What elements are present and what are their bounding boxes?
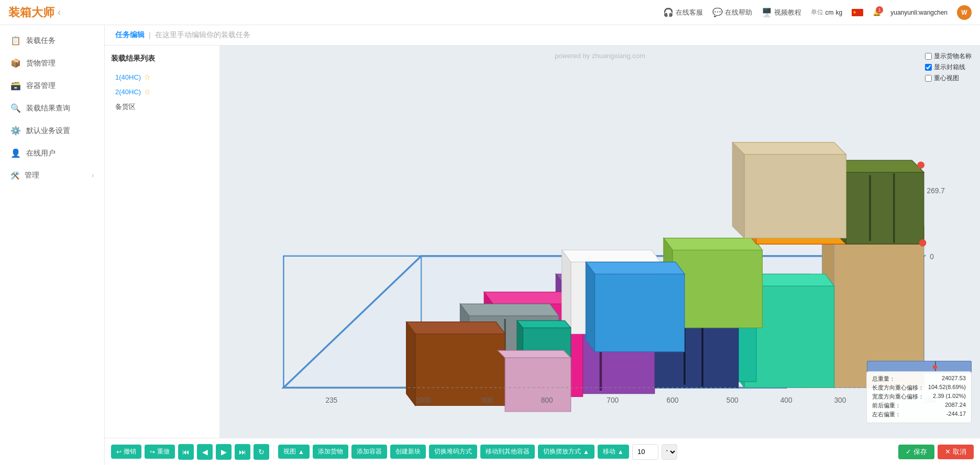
online-help-btn[interactable]: 💬 在线帮助 <box>712 7 752 17</box>
online-service-btn[interactable]: 🎧 在线客服 <box>663 7 703 17</box>
add-cargo-button[interactable]: 添加货物 <box>313 445 348 459</box>
show-cargo-names-checkbox[interactable]: 显示货物名称 <box>925 52 972 61</box>
sidebar-item-users-label: 在线用户 <box>26 149 56 158</box>
sidebar-item-defaults[interactable]: ⚙️ 默认业务设置 <box>0 119 104 142</box>
svg-text:600: 600 <box>667 396 679 404</box>
switch-stack-button[interactable]: 切换堆码方式 <box>429 445 477 459</box>
result-1-label: 1(40HC) <box>115 73 141 81</box>
language-flag[interactable] <box>852 9 863 16</box>
svg-point-61 <box>919 239 927 247</box>
svg-text:900: 900 <box>481 396 493 404</box>
star-icon-1[interactable]: ☆ <box>144 73 151 81</box>
admin-left: 🛠️ 管理 <box>10 171 39 180</box>
undo-label: 撤销 <box>124 447 136 456</box>
total-weight-value: 24027.53 <box>942 375 966 383</box>
length-offset-label: 长度方向重心偏移： <box>872 384 924 392</box>
sidebar-item-cargo[interactable]: 📦 货物管理 <box>0 52 104 74</box>
sidebar-item-results[interactable]: 🔍 装载结果查询 <box>0 97 104 119</box>
cancel-button[interactable]: ✕ 取消 <box>938 445 974 459</box>
sidebar-item-defaults-label: 默认业务设置 <box>26 126 70 136</box>
view-button[interactable]: 视图 ▲ <box>278 445 310 459</box>
boxes-svg: 235 1000 900 800 700 600 500 400 300 200… <box>236 67 954 434</box>
watermark: powered by zhuangxiang.com <box>555 52 645 60</box>
cargo-icon: 📦 <box>10 58 21 68</box>
unit-selector[interactable]: 单位 cm kg <box>811 8 843 17</box>
user-menu[interactable]: yuanyunli:wangchen <box>890 9 948 16</box>
switch-placement-label: 切换摆放方式 <box>543 447 581 456</box>
video-icon: 🖥️ <box>762 7 772 17</box>
svg-marker-45 <box>595 274 685 352</box>
svg-text:800: 800 <box>541 396 553 404</box>
reserve-item[interactable]: 备货区 <box>111 99 213 115</box>
switch-stack-label: 切换堆码方式 <box>434 447 472 456</box>
users-icon: 👤 <box>10 148 21 158</box>
svg-marker-59 <box>498 350 570 358</box>
breadcrumb-bar: 任务编辑 | 在这里手动编辑你的装载任务 <box>105 25 980 46</box>
svg-marker-37 <box>846 172 924 244</box>
weight-center-dot <box>933 365 937 369</box>
sidebar-item-tasks[interactable]: 📋 装载任务 <box>0 29 104 52</box>
stat-width-offset: 宽度方向重心偏移： 2.39 (1.02%) <box>872 393 966 401</box>
last-button[interactable]: ⏭ <box>235 444 250 460</box>
result-item-2[interactable]: 2(40HC) ☆ <box>111 84 213 99</box>
sidebar-item-users[interactable]: 👤 在线用户 <box>0 142 104 164</box>
sidebar-item-container-label: 容器管理 <box>26 81 56 91</box>
move-number-dropdown[interactable]: ▼ <box>662 444 677 460</box>
move-label: 移动 <box>603 447 615 456</box>
refresh-button[interactable]: ↻ <box>254 444 269 460</box>
notification-bell[interactable]: 🔔 1 <box>873 8 881 16</box>
add-container-button[interactable]: 添加容器 <box>351 445 387 459</box>
svg-text:400: 400 <box>780 396 792 404</box>
move-button[interactable]: 移动 ▲ <box>598 445 629 459</box>
left-panel: 装载结果列表 1(40HC) ☆ 2(40HC) ☆ 备货区 <box>105 46 220 465</box>
add-container-label: 添加容器 <box>357 447 382 456</box>
move-to-other-label: 移动到其他容器 <box>486 447 530 456</box>
video-tutorial-btn[interactable]: 🖥️ 视频教程 <box>762 7 801 17</box>
unit-kg: kg <box>836 9 843 16</box>
defaults-icon: ⚙️ <box>10 126 21 136</box>
sidebar-item-admin-label: 管理 <box>25 171 39 180</box>
sidebar-toggle-icon[interactable]: ‹ <box>58 7 61 18</box>
prev-button[interactable]: ◀ <box>197 444 213 460</box>
check-icon: ✓ <box>906 448 911 456</box>
undo-button[interactable]: ↩ 撤销 <box>111 445 141 459</box>
user-name: yuanyunli:wangchen <box>890 9 948 16</box>
reserve-label: 备货区 <box>115 103 136 110</box>
front-back-value: 2087.24 <box>945 402 966 409</box>
show-cargo-names-label: 显示货物名称 <box>934 52 972 61</box>
save-label: 保存 <box>913 447 927 457</box>
first-button[interactable]: ⏮ <box>178 444 194 460</box>
result-item-1[interactable]: 1(40HC) ☆ <box>111 70 213 84</box>
viewport[interactable]: powered by zhuangxiang.com 显示货物名称 显示封箱线 … <box>220 46 980 465</box>
left-right-value: -244.17 <box>946 411 966 418</box>
unit-label: 单位 <box>811 8 823 17</box>
move-to-other-button[interactable]: 移动到其他容器 <box>480 445 535 459</box>
show-cargo-names-input[interactable] <box>925 53 932 60</box>
svg-marker-33 <box>664 238 763 250</box>
svg-marker-32 <box>673 250 762 328</box>
svg-marker-55 <box>415 334 505 405</box>
save-button[interactable]: ✓ 保存 <box>898 445 934 459</box>
sidebar-item-cargo-label: 货物管理 <box>26 59 56 68</box>
width-offset-label: 宽度方向重心偏移： <box>872 393 924 401</box>
total-weight-label: 总重量： <box>872 375 895 383</box>
move-chevron-icon: ▲ <box>618 448 624 456</box>
placement-chevron-icon: ▲ <box>583 448 589 456</box>
star-icon-2[interactable]: ☆ <box>144 87 151 96</box>
next-button[interactable]: ▶ <box>216 444 232 460</box>
svg-marker-44 <box>732 142 744 238</box>
stat-length-offset: 长度方向重心偏移： 104.52(8.69%) <box>872 384 966 392</box>
headset-icon: 🎧 <box>663 7 674 17</box>
add-cargo-label: 添加货物 <box>318 447 343 456</box>
move-number-input[interactable] <box>632 444 658 460</box>
stats-panel: 总重量： 24027.53 长度方向重心偏移： 104.52(8.69%) 宽度… <box>866 371 972 423</box>
sidebar-item-container[interactable]: 🗃️ 容器管理 <box>0 74 104 97</box>
breadcrumb-title: 任务编辑 <box>115 30 145 40</box>
sidebar-item-admin[interactable]: 🛠️ 管理 › <box>0 164 104 186</box>
redo-button[interactable]: ↪ 重做 <box>145 445 175 459</box>
create-block-button[interactable]: 创建新块 <box>390 445 426 459</box>
top-right-nav: 🎧 在线客服 💬 在线帮助 🖥️ 视频教程 单位 cm kg 🔔 1 yuany… <box>663 5 972 20</box>
left-right-label: 左右偏重： <box>872 411 901 418</box>
avatar[interactable]: W <box>957 5 972 20</box>
switch-placement-button[interactable]: 切换摆放方式 ▲ <box>538 445 594 459</box>
